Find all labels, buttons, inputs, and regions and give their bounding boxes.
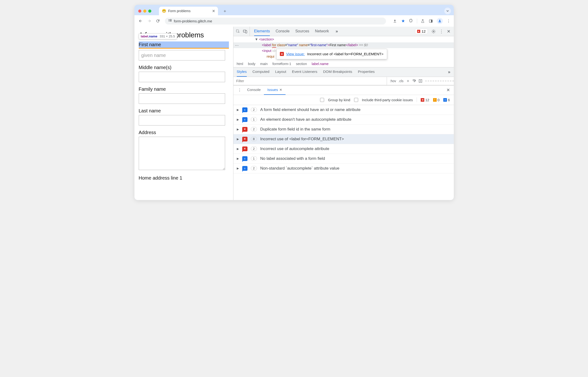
- svg-rect-12: [419, 80, 422, 82]
- page-viewport: A form with problems label.name 331 × 25…: [135, 27, 233, 200]
- element-highlight-tooltip: label.name 331 × 25.5: [139, 33, 177, 39]
- new-style-rule-icon[interactable]: ＋: [406, 78, 410, 83]
- tabs-overflow-icon[interactable]: »: [336, 29, 338, 34]
- issue-row[interactable]: ▶ ≡ 1 An element doesn't have an autocom…: [233, 115, 454, 125]
- tab-sources[interactable]: Sources: [295, 27, 309, 36]
- error-count: 12: [422, 29, 426, 33]
- subtabs-overflow-icon[interactable]: »: [448, 70, 450, 74]
- subtab-layout[interactable]: Layout: [275, 67, 286, 77]
- errors-count: 12: [425, 98, 429, 102]
- family-name-input[interactable]: [139, 93, 225, 104]
- browser-tab[interactable]: 😬 Form problems ✕: [159, 7, 218, 15]
- dom-line-menu-icon[interactable]: ⋯: [235, 42, 239, 48]
- first-name-input[interactable]: [139, 50, 225, 60]
- issue-row[interactable]: ▶ ✕ 8 Incorrect use of <label for=FORM_E…: [233, 134, 454, 144]
- device-toolbar-icon[interactable]: [243, 29, 247, 34]
- drawer-menu-icon[interactable]: ⋮: [235, 88, 244, 92]
- subtab-styles[interactable]: Styles: [237, 67, 247, 77]
- svg-rect-7: [236, 30, 239, 32]
- breadcrumb-item[interactable]: form#form-1: [272, 62, 291, 66]
- issue-row[interactable]: ▶ ✕ 2 Duplicate form field id in the sam…: [233, 125, 454, 134]
- popover-text: Incorrect use of <label for=FORM_ELEMENT…: [307, 51, 384, 57]
- issue-title: Non-standard `autocomplete` attribute va…: [260, 166, 339, 171]
- group-by-kind-label: Group by kind: [328, 98, 350, 102]
- breadcrumb-item[interactable]: html: [237, 62, 243, 66]
- subtab-dom-breakpoints[interactable]: DOM Breakpoints: [323, 67, 352, 77]
- tab-close-icon[interactable]: ✕: [212, 9, 215, 13]
- breadcrumb-item[interactable]: body: [248, 62, 255, 66]
- menu-kebab-icon[interactable]: ⋮: [446, 19, 451, 23]
- svg-rect-0: [169, 20, 170, 20]
- new-tab-button[interactable]: ＋: [222, 8, 228, 14]
- maximize-window-button[interactable]: [148, 10, 151, 13]
- panel-icon[interactable]: [429, 19, 433, 23]
- group-by-kind-checkbox[interactable]: [320, 98, 324, 102]
- chevron-right-icon: ▶: [237, 147, 239, 151]
- issue-row[interactable]: ▶ ≡ 2 A form field element should have a…: [233, 105, 454, 115]
- devtools-menu-icon[interactable]: ⋮: [439, 29, 443, 34]
- paint-icon[interactable]: [412, 79, 416, 83]
- styles-filter-input[interactable]: [233, 77, 387, 84]
- breadcrumb-item[interactable]: section: [296, 62, 307, 66]
- labs-icon[interactable]: [420, 19, 425, 23]
- tab-bar: 😬 Form problems ✕ ＋: [135, 5, 454, 15]
- drawer-close-icon[interactable]: ✕: [444, 87, 452, 93]
- cls-toggle[interactable]: .cls: [399, 79, 404, 83]
- inspect-element-icon[interactable]: [236, 29, 240, 34]
- address-textarea[interactable]: [139, 137, 225, 170]
- issue-row[interactable]: ▶ ≡ 1 No label associated with a form fi…: [233, 154, 454, 164]
- svg-rect-9: [245, 31, 247, 33]
- dashed-separator: [425, 81, 454, 81]
- info-icon: ≡: [443, 98, 447, 102]
- forward-button[interactable]: [146, 18, 153, 24]
- drawer-tab-console[interactable]: Console: [244, 85, 264, 95]
- home-address1-label: Home address line 1: [139, 175, 229, 181]
- middle-name-input[interactable]: [139, 72, 225, 82]
- view-issue-link[interactable]: View issue:: [286, 51, 305, 57]
- back-button[interactable]: [137, 18, 144, 24]
- thirdparty-checkbox[interactable]: [354, 98, 358, 102]
- close-window-button[interactable]: [138, 10, 141, 13]
- drawer-tab-close-icon[interactable]: ✕: [279, 88, 282, 92]
- svg-point-6: [439, 20, 440, 21]
- tab-elements[interactable]: Elements: [254, 27, 270, 36]
- info-bubble-icon: ≡: [242, 156, 248, 161]
- drawer-tab-issues[interactable]: Issues✕: [264, 85, 285, 95]
- hov-toggle[interactable]: :hov: [390, 79, 396, 83]
- bookmark-star-icon[interactable]: ★: [401, 19, 406, 23]
- breadcrumb-item[interactable]: main: [260, 62, 268, 66]
- extensions-icon[interactable]: [409, 19, 414, 23]
- first-name-label: First name: [139, 41, 229, 48]
- address-url: form-problems.glitch.me: [174, 19, 383, 23]
- profile-avatar[interactable]: [437, 18, 443, 24]
- issue-row[interactable]: ▶ ✕ 2 Incorrect use of autocomplete attr…: [233, 144, 454, 154]
- subtab-computed[interactable]: Computed: [252, 67, 270, 77]
- subtab-event-listeners[interactable]: Event Listeners: [292, 67, 317, 77]
- issue-count: 1: [251, 117, 257, 122]
- last-name-input[interactable]: [139, 115, 225, 126]
- computed-panel-icon[interactable]: [418, 79, 422, 83]
- tab-search-button[interactable]: [444, 8, 451, 14]
- subtab-properties[interactable]: Properties: [358, 67, 375, 77]
- error-bubble-icon: ✕: [242, 137, 248, 141]
- issue-count: 2: [251, 127, 257, 131]
- share-icon[interactable]: [393, 19, 397, 23]
- traffic-lights: [138, 10, 151, 13]
- site-settings-icon[interactable]: [168, 19, 172, 23]
- breadcrumb-item[interactable]: label.name: [312, 62, 329, 66]
- error-icon: ✕: [417, 30, 420, 33]
- settings-gear-icon[interactable]: [431, 29, 436, 34]
- tab-network[interactable]: Network: [315, 27, 329, 36]
- address-bar[interactable]: form-problems.glitch.me: [165, 18, 386, 24]
- divider: [417, 19, 417, 23]
- issue-count: 1: [251, 156, 257, 161]
- tab-console[interactable]: Console: [276, 27, 290, 36]
- dom-tree[interactable]: ▼<section> ⋯ <label for class="name" nam…: [233, 36, 454, 60]
- devtools-close-icon[interactable]: ✕: [447, 29, 451, 34]
- reload-button[interactable]: [154, 18, 161, 24]
- info-bubble-icon: ≡: [242, 166, 248, 171]
- dom-breadcrumb: html body main form#form-1 section label…: [233, 60, 454, 67]
- error-count-badge[interactable]: ✕ 12: [415, 29, 428, 34]
- issue-row[interactable]: ▶ ≡ 2 Non-standard `autocomplete` attrib…: [233, 164, 454, 173]
- minimize-window-button[interactable]: [143, 10, 146, 13]
